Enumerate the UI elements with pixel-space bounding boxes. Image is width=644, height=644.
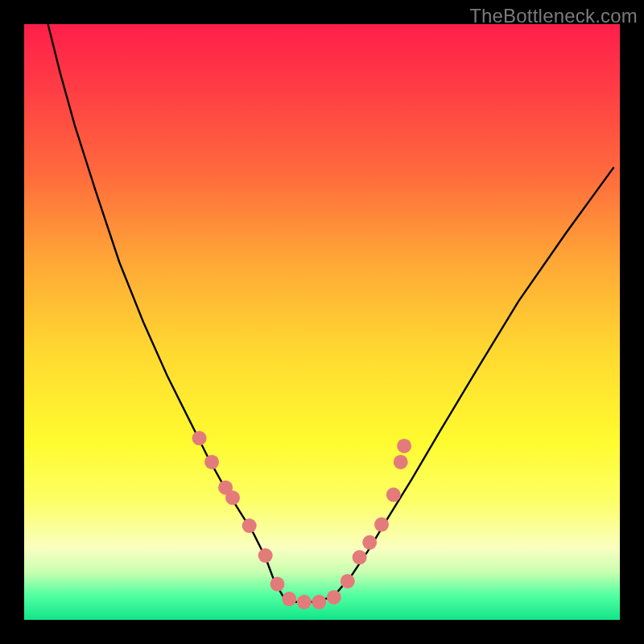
marker-dot (242, 518, 257, 533)
marker-dot (270, 577, 285, 592)
marker-dot (341, 574, 355, 588)
marker-dot (397, 439, 411, 453)
marker-dots (192, 431, 412, 609)
plot-area (24, 24, 620, 620)
marker-dot (192, 431, 207, 445)
marker-dot (386, 488, 401, 502)
marker-dot (353, 550, 367, 564)
marker-dot (312, 595, 326, 609)
marker-dot (282, 592, 296, 606)
marker-dot (362, 535, 377, 550)
marker-dot (394, 455, 408, 469)
marker-dot (258, 548, 273, 563)
marker-dot (297, 595, 312, 609)
chart-frame: TheBottleneck.com (0, 0, 644, 644)
marker-dot (374, 518, 389, 532)
chart-curve (24, 24, 620, 620)
watermark-text: TheBottleneck.com (469, 5, 638, 27)
marker-dot (204, 455, 219, 469)
marker-dot (225, 490, 240, 505)
marker-dot (327, 590, 341, 605)
bottleneck-curve (48, 24, 614, 602)
